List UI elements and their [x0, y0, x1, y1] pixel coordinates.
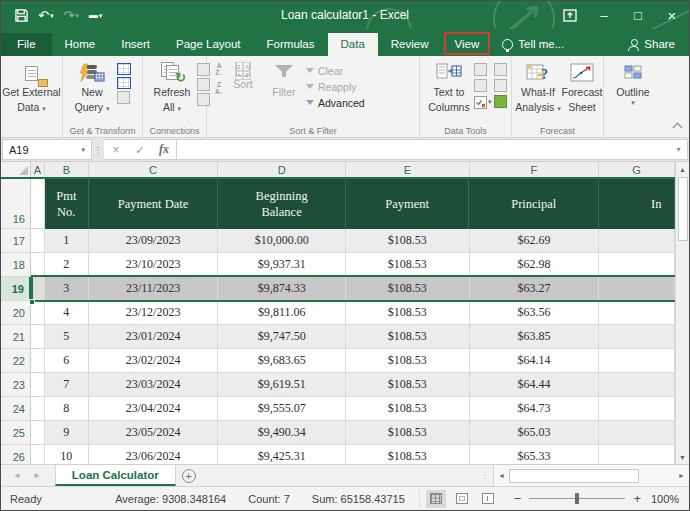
row-number[interactable]: 16 — [1, 179, 31, 229]
row-number[interactable]: 21 — [1, 325, 31, 349]
collapse-ribbon-icon[interactable] — [673, 123, 683, 133]
cell[interactable]: $108.53 — [346, 229, 470, 253]
cell[interactable] — [599, 325, 675, 349]
cell[interactable]: 23/12/2023 — [89, 301, 219, 325]
column-header-d[interactable]: D — [218, 162, 346, 177]
cell[interactable]: $63.85 — [470, 325, 600, 349]
what-if-analysis-button[interactable]: ? What-If Analysis ▾ — [516, 59, 560, 115]
cell[interactable] — [599, 421, 675, 445]
reapply-button[interactable]: Reapply — [305, 79, 365, 94]
cell[interactable] — [599, 397, 675, 421]
from-file-icon[interactable] — [117, 91, 130, 104]
page-layout-view-button[interactable] — [452, 490, 472, 508]
cell[interactable] — [31, 349, 45, 373]
table-header-cell[interactable]: Payment — [346, 179, 470, 229]
cell[interactable]: 23/09/2023 — [89, 229, 219, 253]
column-header-g[interactable]: G — [599, 162, 675, 177]
cell[interactable] — [31, 397, 45, 421]
normal-view-button[interactable] — [426, 490, 446, 508]
cell[interactable]: $9,937.31 — [218, 253, 346, 277]
relationships-icon[interactable] — [494, 79, 507, 92]
cell[interactable] — [31, 445, 45, 464]
zoom-slider-handle[interactable] — [575, 493, 579, 504]
cell[interactable]: $65.33 — [470, 445, 600, 464]
cell[interactable]: 6 — [45, 349, 89, 373]
horizontal-scrollbar[interactable]: ◄ ► — [493, 465, 689, 486]
remove-duplicates-icon[interactable] — [474, 79, 487, 92]
name-box-dropdown-icon[interactable]: ▾ — [81, 146, 85, 154]
sheet-prev-icon[interactable]: ◄ — [13, 471, 21, 480]
cancel-icon[interactable]: × — [104, 143, 128, 157]
cell[interactable]: 10 — [45, 445, 89, 464]
refresh-all-button[interactable]: ↻ Refresh All ▾ — [147, 59, 197, 115]
cell[interactable] — [599, 445, 675, 464]
formula-bar-expand-icon[interactable]: ▾ — [670, 139, 688, 160]
cell[interactable]: 2 — [45, 253, 89, 277]
insert-function-icon[interactable]: fx — [152, 142, 176, 157]
filter-button[interactable]: Filter — [263, 59, 305, 100]
cell[interactable] — [599, 373, 675, 397]
data-validation-icon[interactable]: ▾ — [474, 95, 494, 109]
cell[interactable] — [31, 277, 45, 301]
cell[interactable]: $108.53 — [346, 301, 470, 325]
cell[interactable]: $108.53 — [346, 277, 470, 301]
cell[interactable]: $108.53 — [346, 325, 470, 349]
cell[interactable] — [599, 277, 675, 301]
cell[interactable] — [31, 253, 45, 277]
cell[interactable]: 4 — [45, 301, 89, 325]
cell[interactable] — [599, 229, 675, 253]
zoom-in-button[interactable]: + — [633, 491, 641, 506]
tab-splitter-handle[interactable]: ⋮ — [477, 465, 493, 486]
scroll-right-icon[interactable]: ► — [674, 465, 689, 486]
cell[interactable] — [31, 325, 45, 349]
cell[interactable]: $63.27 — [470, 277, 600, 301]
consolidate-icon[interactable] — [494, 63, 507, 76]
cell[interactable]: 23/03/2024 — [89, 373, 219, 397]
table-header-cell[interactable]: Beginning Balance — [218, 179, 346, 229]
column-header-c[interactable]: C — [89, 162, 219, 177]
zoom-out-button[interactable]: − — [514, 491, 522, 506]
new-sheet-button[interactable]: + — [176, 465, 202, 486]
cell[interactable]: $108.53 — [346, 253, 470, 277]
cell[interactable]: 23/06/2024 — [89, 445, 219, 464]
row-number[interactable]: 18 — [1, 253, 31, 277]
tab-page-layout[interactable]: Page Layout — [163, 33, 254, 56]
recent-sources-icon[interactable] — [117, 77, 131, 89]
text-to-columns-button[interactable]: Text to Columns — [424, 59, 474, 115]
redo-icon[interactable]: ↷▾ — [63, 9, 78, 22]
table-header-cell[interactable]: Principal — [469, 179, 599, 229]
cell[interactable]: $108.53 — [346, 349, 470, 373]
column-header-f[interactable]: F — [470, 162, 600, 177]
table-header-cell[interactable]: Payment Date — [89, 179, 219, 229]
cell[interactable] — [31, 179, 45, 229]
column-header-b[interactable]: B — [45, 162, 89, 177]
name-box[interactable]: A19 ▾ — [2, 139, 92, 160]
cell[interactable]: $9,874.33 — [218, 277, 346, 301]
undo-dropdown-icon[interactable]: ▾ — [50, 12, 54, 19]
ribbon-display-options-icon[interactable] — [553, 1, 587, 29]
cell[interactable]: $108.53 — [346, 445, 470, 464]
cell[interactable] — [31, 301, 45, 325]
tab-file[interactable]: File — [1, 33, 52, 56]
scroll-left-icon[interactable]: ◄ — [494, 465, 509, 486]
sheet-next-icon[interactable]: ► — [33, 471, 41, 480]
maximize-button[interactable]: □ — [621, 1, 655, 29]
cell[interactable]: $108.53 — [346, 421, 470, 445]
cell[interactable]: $64.73 — [470, 397, 600, 421]
cell[interactable]: $9,490.34 — [218, 421, 346, 445]
sort-ascending-icon[interactable]: AZ↓ — [215, 63, 223, 76]
table-header-cell[interactable]: In — [599, 179, 675, 229]
redo-dropdown-icon[interactable]: ▾ — [75, 12, 79, 19]
cell[interactable]: 23/02/2024 — [89, 349, 219, 373]
row-number[interactable]: 19 — [1, 277, 31, 301]
cell[interactable] — [599, 349, 675, 373]
cell[interactable]: 23/10/2023 — [89, 253, 219, 277]
new-query-button[interactable]: New Query ▾ — [67, 59, 117, 115]
select-all-corner[interactable] — [1, 162, 31, 177]
save-icon[interactable] — [15, 9, 28, 22]
cell[interactable]: 3 — [45, 277, 89, 301]
enter-icon[interactable]: ✓ — [128, 143, 152, 157]
cell[interactable]: 9 — [45, 421, 89, 445]
tab-formulas[interactable]: Formulas — [254, 33, 328, 56]
cell[interactable]: $9,683.65 — [218, 349, 346, 373]
